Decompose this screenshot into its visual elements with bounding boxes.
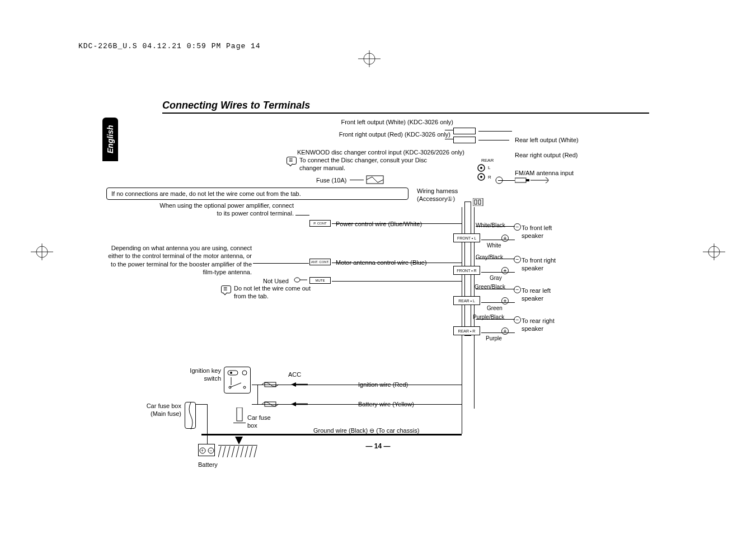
car-fuse-box-icon	[233, 407, 246, 423]
svg-point-25	[242, 371, 247, 375]
antenna-plug-icon	[515, 176, 554, 185]
label-power-amp-note: When using the optional power amplifier,…	[157, 202, 294, 218]
battery-icon: +−	[198, 444, 215, 456]
svg-rect-23	[228, 371, 238, 375]
speaker-box-front-l: FRONT • L	[453, 233, 480, 242]
antenna-input-circle	[495, 176, 503, 184]
label-fuse: Fuse (10A)	[316, 176, 346, 184]
page-number: — 14 —	[365, 442, 390, 450]
label-front-left-out: Front left output (White) (KDC-3026 only…	[257, 118, 453, 126]
label-l: L	[488, 165, 490, 171]
svg-rect-19	[475, 200, 477, 204]
svg-rect-20	[478, 200, 481, 204]
fuse-icon	[364, 171, 386, 188]
label-disc-note: To connect the Disc changer, consult you…	[299, 156, 439, 172]
label-rear-right-spk: To rear right speaker	[522, 317, 561, 333]
crop-mark-left	[31, 243, 53, 260]
svg-point-27	[243, 386, 246, 388]
svg-rect-15	[526, 179, 529, 181]
label-kenwood-changer: KENWOOD disc changer control input (KDC-…	[246, 148, 464, 156]
svg-point-21	[294, 278, 300, 282]
label-acc: ACC	[288, 371, 301, 378]
wiring-diagram: Front left output (White) (KDC-3026 only…	[106, 112, 649, 448]
label-ground-wire: Ground wire (Black) ⊖ (To car chassis)	[313, 427, 419, 434]
polarity-neg-fr: −	[514, 256, 521, 263]
label-wiring-harness: Wiring harness (Accessory①)	[417, 187, 473, 203]
svg-line-43	[232, 446, 234, 457]
svg-line-42	[227, 446, 230, 457]
polarity-pos-rl: +	[501, 297, 509, 305]
label-no-tab-note: Do not let the wire come out from the ta…	[234, 284, 318, 301]
polarity-neg-rl: −	[514, 286, 521, 293]
svg-line-28	[230, 383, 241, 387]
page-header: KDC-226B_U.S 04.12.21 0:59 PM Page 14	[78, 42, 261, 50]
svg-point-17	[496, 177, 503, 184]
no-connection-warning: If no connections are made, do not let t…	[106, 188, 408, 200]
label-car-fuse-main: Car fuse box (Main fuse)	[139, 402, 181, 418]
label-r: R	[488, 175, 491, 180]
svg-rect-14	[515, 178, 526, 182]
svg-text:−: −	[209, 448, 212, 453]
label-rear-right-out: Rear right output (Red)	[515, 151, 578, 159]
wire-tag-pcont: P. CONT	[309, 220, 331, 227]
svg-line-41	[223, 446, 226, 457]
harness-connector-icon	[473, 198, 484, 206]
label-rear-left-out: Rear left output (White)	[515, 136, 579, 144]
svg-line-45	[241, 446, 243, 457]
svg-point-13	[480, 176, 482, 178]
label-ign-wire: Ignition wire (Red)	[358, 381, 408, 388]
wire-tag-mute: MUTE	[309, 277, 331, 284]
polarity-neg-fl: −	[514, 223, 521, 231]
svg-line-44	[236, 446, 239, 457]
rca-front-left	[453, 128, 476, 134]
label-car-fuse: Car fuse box	[247, 414, 275, 430]
ground-arrow-icon	[235, 437, 243, 444]
polarity-pos-fl: +	[501, 235, 509, 242]
speaker-box-rear-l: REAR • L	[453, 296, 480, 305]
carfuse-box	[185, 402, 196, 429]
label-batt-wire: Battery wire (Yellow)	[358, 400, 414, 408]
svg-line-47	[250, 446, 252, 457]
speaker-box-front-r: FRONT • R	[453, 266, 480, 275]
label-battery: Battery	[198, 461, 218, 469]
svg-line-46	[245, 446, 248, 457]
polarity-neg-rr: −	[514, 316, 521, 324]
svg-line-48	[254, 446, 257, 457]
polarity-pos-rr: +	[501, 327, 509, 335]
svg-marker-34	[235, 437, 243, 444]
rear-jacks-icon	[476, 163, 498, 186]
label-front-left-spk: To front left speaker	[522, 224, 561, 240]
svg-text:+: +	[201, 448, 204, 453]
ignition-box	[224, 367, 251, 394]
not-used-plug-icon	[294, 277, 307, 283]
label-purple-black: Purple/Black	[473, 313, 504, 321]
label-antenna-note: Depending on what antenna you are using,…	[106, 244, 252, 276]
note-icon-2	[221, 285, 231, 293]
label-purple: Purple	[486, 335, 502, 342]
crop-mark-right	[703, 243, 725, 260]
speaker-box-rear-r: REAR • R	[453, 326, 480, 335]
label-green: Green	[487, 305, 503, 312]
arrow-batt	[291, 402, 308, 406]
arrow-ign	[291, 382, 308, 387]
polarity-pos-fr: +	[501, 267, 509, 274]
note-icon	[287, 157, 297, 165]
label-power-ctrl: Power control wire (Blue/White)	[336, 220, 422, 228]
svg-rect-32	[237, 407, 242, 421]
svg-point-24	[230, 372, 232, 374]
label-front-right-spk: To front right speaker	[522, 256, 561, 273]
rca-front-right	[453, 137, 476, 143]
svg-line-40	[218, 446, 221, 457]
label-gray-black: Gray/Black	[476, 254, 503, 261]
label-rear-tag: REAR	[481, 158, 494, 163]
label-ign-switch: Ignition key switch	[183, 367, 221, 383]
label-front-right-out: Front right output (Red) (KDC-3026 only)	[257, 130, 450, 138]
label-white: White	[487, 242, 501, 249]
label-green-black: Green/Black	[475, 283, 505, 291]
label-rear-left-spk: To rear left speaker	[522, 287, 561, 303]
wire-tag-antcont: ANT. CONT.	[309, 259, 331, 265]
svg-point-11	[480, 167, 482, 169]
crop-mark-top	[358, 50, 381, 67]
ground-hatch-icon	[218, 445, 257, 462]
label-gray: Gray	[490, 274, 502, 282]
